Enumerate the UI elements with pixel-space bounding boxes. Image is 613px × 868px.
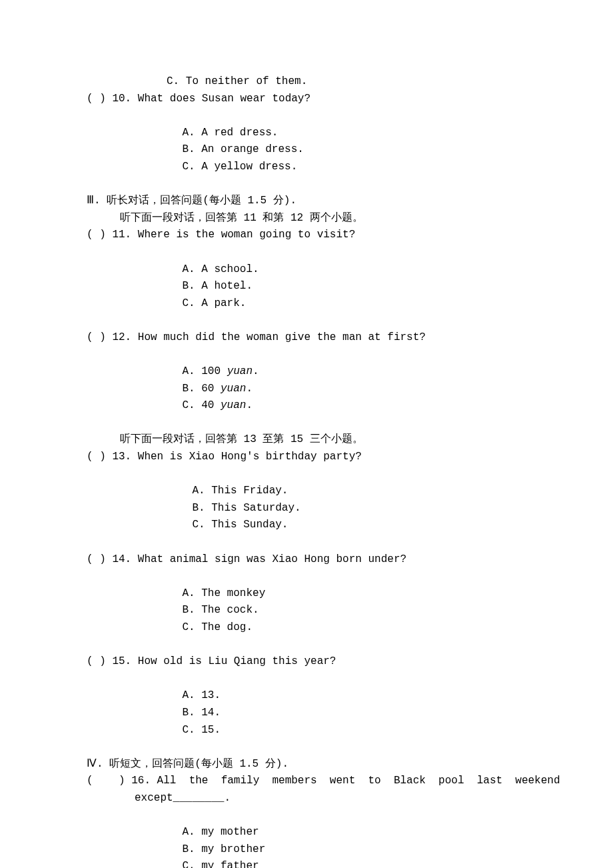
q15-optC: C. 15. <box>182 724 221 736</box>
q10-stem: ( ) 10. What does Susan wear today? <box>87 91 526 108</box>
q14-optA: A. The monkey <box>182 587 265 599</box>
q14-stem: ( ) 14. What animal sign was Xiao Hong b… <box>87 551 526 569</box>
q11-optA: A. A school. <box>182 263 259 275</box>
q10-optC: C. A yellow dress. <box>182 161 297 173</box>
section3-sub2: 听下面一段对话，回答第 13 至第 15 三个小题。 <box>87 431 526 449</box>
section3-sub1: 听下面一段对话，回答第 11 和第 12 两个小题。 <box>87 210 526 227</box>
q12-optB-em: yuan <box>221 383 246 395</box>
q13-stem: ( ) 13. When is Xiao Hong's birthday par… <box>87 449 526 466</box>
q11-optC: C. A park. <box>182 297 246 309</box>
q12-optC-em: yuan <box>221 399 246 411</box>
q12-stem: ( ) 12. How much did the woman give the … <box>87 329 526 347</box>
q12-optC-post: . <box>246 399 253 411</box>
q12-optB-post: . <box>246 383 253 395</box>
q13-optB: B. This Saturday. <box>192 502 301 514</box>
q14-options: A. The monkey B. The cock. C. The dog. <box>87 568 526 653</box>
q11-optB: B. A hotel. <box>182 280 253 292</box>
q16-optA: A. my mother <box>182 826 259 838</box>
q16-optC: C. my father <box>182 860 259 868</box>
q15-stem: ( ) 15. How old is Liu Qiang this year? <box>87 653 526 671</box>
section3-title: Ⅲ. 听长对话，回答问题(每小题 1.5 分). <box>87 193 526 210</box>
q15-options: A. 13. B. 14. C. 15. <box>87 671 526 756</box>
q9-optC: C. To neither of them. <box>87 73 526 91</box>
exam-page: C. To neither of them. ( ) 10. What does… <box>0 0 613 868</box>
q12-optB-pre: B. 60 <box>182 383 221 395</box>
q10-optA: A. A red dress. <box>182 127 278 139</box>
q10-options: A. A red dress. B. An orange dress. C. A… <box>87 107 526 193</box>
q16-stem-l1: ( ) 16. All the family members went to B… <box>87 773 526 790</box>
q14-optB: B. The cock. <box>182 604 259 616</box>
text: C. To neither of them. <box>167 75 307 87</box>
q14-optC: C. The dog. <box>182 621 253 633</box>
q12-optA-post: . <box>253 365 259 377</box>
q11-options: A. A school. B. A hotel. C. A park. <box>87 244 526 329</box>
q15-optA: A. 13. <box>182 689 221 701</box>
q11-stem: ( ) 11. Where is the woman going to visi… <box>87 227 526 244</box>
q15-optB: B. 14. <box>182 707 221 719</box>
q13-optC: C. This Sunday. <box>192 519 288 531</box>
section4-title: Ⅳ. 听短文，回答问题(每小题 1.5 分). <box>87 756 526 773</box>
q13-options: A. This Friday. B. This Saturday. C. Thi… <box>87 466 526 551</box>
q12-optC-pre: C. 40 <box>182 399 221 411</box>
q13-optA: A. This Friday. <box>192 485 288 497</box>
q16-options: A. my mother B. my brother C. my father <box>87 807 526 868</box>
q12-optA-em: yuan <box>227 365 253 377</box>
q12-optA-pre: A. 100 <box>182 365 227 377</box>
q10-optB: B. An orange dress. <box>182 143 303 155</box>
q12-options: A. 100 yuan. B. 60 yuan. C. 40 yuan. <box>87 347 526 432</box>
q16-stem-l2: except________. <box>87 790 526 807</box>
q16-optB: B. my brother <box>182 843 265 855</box>
